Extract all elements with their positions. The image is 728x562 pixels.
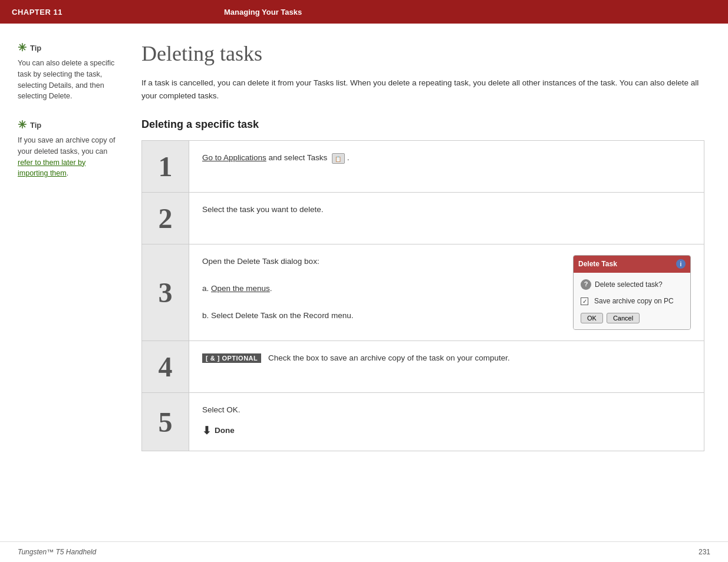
step-row-5: 5 Select OK. ⬇ Done (142, 393, 704, 451)
optional-label: [ & ] OPTIONAL (202, 353, 261, 363)
tip-2-link[interactable]: refer to them later by importing them (18, 158, 85, 178)
tip-block-2: ✳ Tip If you save an archive copy of you… (18, 118, 118, 179)
page-title: Deleting tasks (141, 41, 704, 66)
content-area: Deleting tasks If a task is cancelled, y… (130, 41, 728, 451)
tip-2-star-icon: ✳ (18, 118, 27, 131)
dialog-question-row: ? Delete selected task? (581, 279, 683, 290)
brand-label: Tungsten™ T5 Handheld (18, 548, 96, 556)
tip-2-label: ✳ Tip (18, 118, 118, 131)
open-menus-link[interactable]: Open the menus (211, 284, 270, 293)
step-3-inner: Open the Delete Task dialog box: a. Open… (202, 255, 691, 330)
step-number-3: 3 (142, 244, 189, 340)
page-header: CHAPTER 11 Managing Your Tasks (0, 0, 728, 24)
step-number-2: 2 (142, 193, 189, 244)
tip-1-text: You can also delete a specific task by s… (18, 58, 118, 102)
chapter-label: CHAPTER 11 (12, 8, 224, 16)
step-1-content: Go to Applications and select Tasks 📋 . (189, 141, 704, 192)
page-footer: Tungsten™ T5 Handheld 231 (0, 541, 728, 562)
dialog-buttons: OK Cancel (581, 313, 683, 323)
dialog-body: ? Delete selected task? ✓ Save archive c… (574, 273, 690, 330)
tip-1-star-icon: ✳ (18, 41, 27, 54)
dialog-checkbox-row: ✓ Save archive copy on PC (581, 295, 683, 307)
tip-1-label: ✳ Tip (18, 41, 118, 54)
dialog-cancel-button[interactable]: Cancel (607, 313, 640, 323)
dialog-ok-button[interactable]: OK (581, 313, 603, 323)
intro-text: If a task is cancelled, you can delete i… (141, 77, 704, 102)
step-row-3: 3 Open the Delete Task dialog box: a. Op… (142, 244, 704, 341)
done-row: ⬇ Done (202, 422, 691, 440)
done-arrow-icon: ⬇ (202, 422, 211, 440)
dialog-question-icon: ? (581, 279, 591, 290)
tasks-app-icon: 📋 (332, 153, 345, 164)
page-number: 231 (699, 548, 710, 556)
save-archive-checkbox[interactable]: ✓ (581, 297, 588, 305)
dialog-titlebar: Delete Task i (574, 256, 690, 272)
step-4-content: [ & ] OPTIONAL Check the box to save an … (189, 341, 704, 392)
section-title: Deleting a specific task (141, 118, 704, 131)
go-to-applications-link[interactable]: Go to Applications (202, 153, 266, 162)
main-layout: ✳ Tip You can also delete a specific tas… (0, 24, 728, 469)
step-number-1: 1 (142, 141, 189, 192)
step-number-4: 4 (142, 341, 189, 392)
step-row-1: 1 Go to Applications and select Tasks 📋 … (142, 141, 704, 193)
dialog-info-icon: i (676, 259, 686, 269)
steps-table: 1 Go to Applications and select Tasks 📋 … (141, 140, 704, 451)
step-row-4: 4 [ & ] OPTIONAL Check the box to save a… (142, 341, 704, 393)
done-label: Done (215, 424, 235, 438)
step-5-content: Select OK. ⬇ Done (189, 393, 704, 451)
step-3-content: Open the Delete Task dialog box: a. Open… (189, 244, 704, 340)
tip-2-text: If you save an archive copy of your dele… (18, 135, 118, 179)
step-row-2: 2 Select the task you want to delete. (142, 193, 704, 244)
sidebar: ✳ Tip You can also delete a specific tas… (0, 41, 130, 451)
delete-task-dialog: Delete Task i ? Delete selected task? ✓ (573, 255, 691, 330)
step-2-content: Select the task you want to delete. (189, 193, 704, 244)
step-3-text: Open the Delete Task dialog box: a. Open… (202, 255, 561, 330)
step-number-5: 5 (142, 393, 189, 451)
tip-block-1: ✳ Tip You can also delete a specific tas… (18, 41, 118, 102)
chapter-title: Managing Your Tasks (224, 8, 302, 16)
